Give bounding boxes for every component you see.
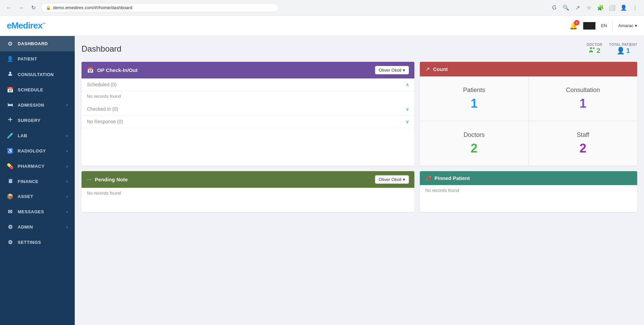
count-title: Count	[433, 66, 448, 72]
header-stats: DOCTOR 2 TOTAL PATIENT 👤 1	[587, 43, 637, 55]
staff-count-label: Staff	[536, 131, 631, 139]
forward-button[interactable]: →	[16, 3, 26, 13]
count-grid: Patients 1 Consultation 1 Doctors 2 St	[420, 76, 637, 166]
pending-note-icon: ···	[87, 177, 91, 183]
checked-in-chevron: ∨	[406, 106, 409, 112]
pending-note-card: ··· Pending Note Oliver Okoli ▾ No recor…	[82, 171, 414, 212]
sidebar-item-radiology[interactable]: ♿ RADIOLOGY ›	[0, 143, 75, 159]
sidebar-label-patient: PATIENT	[18, 56, 37, 61]
op-checkin-header: 📅 OP Check-In/Out Oliver Okoli ▾	[82, 62, 414, 78]
schedule-icon: 📅	[7, 87, 14, 93]
notification-badge: 0	[574, 20, 579, 25]
sidebar-item-finance[interactable]: 🖥 FINANCE ›	[0, 174, 75, 189]
notification-bell[interactable]: 🔔 0	[569, 22, 578, 30]
pinned-patient-title: Pinned Patient	[434, 175, 470, 181]
sidebar-label-pharmacy: PHARMACY	[18, 164, 44, 169]
sidebar-item-schedule[interactable]: 📅 SCHEDULE	[0, 82, 75, 97]
consultation-count-value: 1	[536, 96, 631, 111]
sidebar-label-finance: FINANCE	[18, 179, 38, 184]
pending-doctor-select[interactable]: Oliver Okoli ▾	[375, 175, 409, 184]
op-checkin-title: OP Check-In/Out	[97, 67, 138, 73]
patients-count-cell: Patients 1	[420, 76, 529, 121]
puzzle-icon[interactable]: 🧩	[596, 3, 605, 13]
language-selector[interactable]: EN	[601, 23, 607, 28]
patient-value: 👤 1	[609, 47, 637, 55]
doctor-value: 2	[587, 47, 602, 55]
menu-icon[interactable]: ⋮	[630, 3, 640, 13]
sidebar-label-asset: ASSET	[18, 194, 33, 199]
pending-note-title: Pending Note	[95, 177, 128, 182]
sidebar-label-consultation: CONSULTATION	[18, 72, 54, 77]
user-selector[interactable]: Amarac ▾	[618, 23, 637, 28]
lock-icon: 🔒	[46, 5, 51, 10]
doctor-label: DOCTOR	[587, 43, 602, 47]
sidebar-item-lab[interactable]: 🧪 LAB ›	[0, 128, 75, 143]
sidebar-label-surgery: SURGERY	[18, 118, 40, 123]
sidebar-item-admission[interactable]: 🛏 ADMISSION ›	[0, 97, 75, 112]
count-card: ↗ Count Patients 1 Consultation 1	[420, 62, 637, 166]
dashboard-header: Dashboard DOCTOR 2 TOTAL PATIENT	[82, 43, 637, 55]
pharmacy-chevron: ›	[67, 164, 68, 169]
admin-icon: ⚙	[7, 224, 14, 230]
scheduled-section[interactable]: Scheduled (0) ∧	[82, 78, 414, 91]
google-icon[interactable]: G	[550, 3, 559, 13]
app-logo: eMedirex™	[7, 20, 46, 31]
settings-icon: ⚙	[7, 239, 14, 246]
no-response-section[interactable]: No Response (0) ∨	[82, 115, 414, 128]
messages-icon: ✉	[7, 209, 14, 215]
sidebar: ⊙ DASHBOARD 👤 PATIENT CONSULTATION 📅 SCH…	[0, 36, 75, 325]
patient-stat: TOTAL PATIENT 👤 1	[609, 43, 637, 55]
search-icon[interactable]: 🔍	[561, 3, 571, 13]
patient-icon: 👤	[7, 56, 14, 62]
op-checkin-card: 📅 OP Check-In/Out Oliver Okoli ▾ Schedul…	[82, 62, 414, 166]
reload-button[interactable]: ↻	[29, 3, 38, 13]
sidebar-item-asset[interactable]: 📦 ASSET ›	[0, 189, 75, 204]
bookmark-icon[interactable]: ☆	[584, 3, 594, 13]
dashboard-icon: ⊙	[7, 40, 14, 47]
consultation-count-label: Consultation	[536, 87, 631, 94]
svg-point-3	[590, 47, 592, 49]
page-title: Dashboard	[82, 44, 121, 54]
radiology-icon: ♿	[7, 148, 14, 154]
sidebar-item-messages[interactable]: ✉ MESSAGES ›	[0, 204, 75, 219]
svg-point-4	[593, 48, 594, 49]
sidebar-label-schedule: SCHEDULE	[18, 87, 43, 92]
pinned-patient-no-records: No records found	[420, 185, 637, 197]
sidebar-item-admin[interactable]: ⚙ ADMIN ›	[0, 219, 75, 235]
app-header: eMedirex™ 🔔 0 EN Amarac ▾	[0, 16, 644, 36]
svg-rect-2	[10, 118, 11, 122]
doctor-icon	[589, 47, 595, 55]
lab-icon: 🧪	[7, 132, 14, 139]
color-swatch	[583, 22, 595, 30]
staff-count-cell: Staff 2	[529, 121, 638, 166]
sidebar-item-settings[interactable]: ⚙ SETTINGS	[0, 235, 75, 250]
share-icon[interactable]: ↗	[573, 3, 582, 13]
sidebar-item-consultation[interactable]: CONSULTATION	[0, 67, 75, 82]
address-bar[interactable]: 🔒 demo.emedirex.com/#!/home/dashboard	[41, 3, 279, 12]
top-cards-row: 📅 OP Check-In/Out Oliver Okoli ▾ Schedul…	[82, 62, 637, 166]
sidebar-item-dashboard[interactable]: ⊙ DASHBOARD	[0, 36, 75, 51]
profile-icon[interactable]: 👤	[619, 3, 628, 13]
checked-in-section[interactable]: Checked In (0) ∨	[82, 103, 414, 115]
sidebar-item-pharmacy[interactable]: 💊 PHARMACY ›	[0, 159, 75, 174]
pharmacy-icon: 💊	[7, 163, 14, 169]
asset-icon: 📦	[7, 193, 14, 200]
doctor-stat: DOCTOR 2	[587, 43, 602, 55]
pinned-patient-card: 📌 Pinned Patient No records found	[420, 171, 637, 212]
sidebar-label-admin: ADMIN	[18, 224, 33, 230]
sidebar-label-settings: SETTINGS	[18, 240, 41, 245]
main-content: Dashboard DOCTOR 2 TOTAL PATIENT	[75, 36, 644, 325]
lab-chevron: ›	[67, 133, 68, 138]
window-icon[interactable]: ⬜	[607, 3, 617, 13]
checked-in-label: Checked In (0)	[87, 106, 118, 112]
sidebar-item-patient[interactable]: 👤 PATIENT	[0, 51, 75, 67]
browser-chrome: ← → ↻ 🔒 demo.emedirex.com/#!/home/dashbo…	[0, 0, 644, 16]
asset-chevron: ›	[67, 194, 68, 199]
sidebar-item-surgery[interactable]: SURGERY	[0, 112, 75, 128]
pin-icon: 📌	[425, 176, 431, 181]
bottom-cards-row: ··· Pending Note Oliver Okoli ▾ No recor…	[82, 171, 637, 212]
admin-chevron: ›	[67, 225, 68, 230]
op-doctor-select[interactable]: Oliver Okoli ▾	[375, 66, 409, 74]
messages-chevron: ›	[67, 210, 68, 214]
back-button[interactable]: ←	[4, 3, 14, 13]
